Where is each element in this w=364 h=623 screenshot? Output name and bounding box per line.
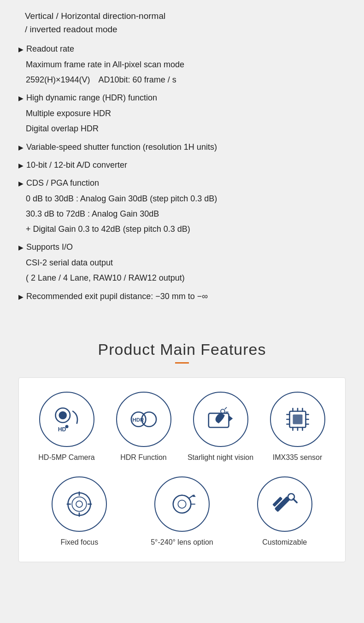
feature-io: ▶Supports I/OCSI-2 serial data output( 2…	[18, 241, 346, 285]
icon-label-hdr-function: HDR Function	[120, 453, 166, 463]
icon-item-imx335: IMX335 sensor	[261, 392, 335, 463]
sub-line: + Digital Gain 0.3 to 42dB (step pitch 0…	[26, 223, 346, 236]
arrow-icon: ▶	[18, 45, 23, 54]
hdr-icon: HDR	[116, 392, 171, 447]
icon-item-fixed-focus: Fixed focus	[33, 476, 125, 547]
sub-line: Multiple exposure HDR	[26, 107, 346, 120]
product-main-features-section: Product Main Features	[0, 322, 364, 368]
icon-label-imx335: IMX335 sensor	[273, 453, 323, 463]
feature-readout-rate: ▶Readout rateMaximum frame rate in All-p…	[18, 43, 346, 87]
feature-label: 10-bit / 12-bit A/D converter	[26, 159, 127, 171]
feature-adc: ▶10-bit / 12-bit A/D converter	[18, 159, 346, 171]
lens-icon	[154, 476, 210, 532]
svg-point-5	[141, 412, 156, 427]
sub-line: Maximum frame rate in All-pixel scan mod…	[26, 58, 346, 71]
svg-line-39	[293, 499, 297, 503]
title-underline	[175, 362, 189, 364]
sub-line: ( 2 Lane / 4 Lane, RAW10 / RAW12 output)	[26, 271, 346, 285]
sub-line: CSI-2 serial data output	[26, 256, 346, 270]
icon-item-starlight: Starlight night vision	[184, 392, 258, 463]
icon-label-hd-camera: HD-5MP Camera	[38, 453, 94, 463]
intro-text: Vertical / Horizontal direction-normal /…	[18, 9, 346, 36]
feature-label: CDS / PGA function	[26, 177, 99, 189]
svg-point-3	[65, 425, 68, 428]
feature-hdr: ▶High dynamic range (HDR) functionMultip…	[18, 92, 346, 135]
top-section: Vertical / Horizontal direction-normal /…	[0, 0, 364, 322]
icon-item-customizable: Customizable	[239, 476, 331, 547]
feature-variable-shutter: ▶Variable-speed shutter function (resolu…	[18, 141, 346, 153]
feature-cds-pga: ▶CDS / PGA function0 dB to 30dB : Analog…	[18, 177, 346, 235]
intro-line1: Vertical / Horizontal direction-normal	[25, 11, 165, 21]
svg-rect-13	[293, 415, 302, 424]
icon-label-starlight: Starlight night vision	[188, 453, 253, 463]
sub-line: Digital overlap HDR	[26, 122, 346, 135]
starlight-icon	[193, 392, 248, 447]
arrow-icon: ▶	[18, 179, 23, 188]
feature-label: Recommended exit pupil distance: −30 mm …	[26, 290, 208, 303]
feature-exit-pupil: ▶Recommended exit pupil distance: −30 mm…	[18, 290, 346, 303]
arrow-icon: ▶	[18, 161, 23, 170]
svg-text:HDR: HDR	[132, 417, 144, 423]
custom-icon	[257, 476, 312, 532]
svg-line-10	[224, 407, 226, 409]
feature-sub-hdr: Multiple exposure HDRDigital overlap HDR	[18, 107, 346, 135]
feature-sub-cds-pga: 0 dB to 30dB : Analog Gain 30dB (step pi…	[18, 192, 346, 235]
svg-marker-8	[229, 415, 233, 422]
arrow-icon: ▶	[18, 94, 23, 103]
arrow-icon: ▶	[18, 292, 23, 302]
icon-label-fixed-focus: Fixed focus	[60, 537, 98, 547]
icon-item-hdr-function: HDR HDR Function	[107, 392, 181, 463]
icons-row-2: Fixed focus 5°-240° lens option Customiz…	[28, 476, 336, 547]
section-title: Product Main Features	[9, 341, 355, 359]
svg-point-34	[178, 500, 186, 509]
feature-label: Variable-speed shutter function (resolut…	[26, 141, 217, 153]
svg-text:HD: HD	[58, 426, 66, 433]
chip-icon	[270, 392, 325, 447]
icon-label-lens-option: 5°-240° lens option	[151, 537, 213, 547]
feature-label: High dynamic range (HDR) function	[26, 92, 157, 104]
arrow-icon: ▶	[18, 243, 23, 253]
intro-line2: / inverted readout mode	[25, 24, 117, 34]
feature-sub-readout-rate: Maximum frame rate in All-pixel scan mod…	[18, 58, 346, 87]
sub-line: 2592(H)×1944(V) AD10bit: 60 frame / s	[26, 73, 346, 87]
feature-label: Supports I/O	[26, 241, 73, 253]
feature-label: Readout rate	[26, 43, 74, 55]
icon-item-lens-option: 5°-240° lens option	[136, 476, 228, 547]
icons-row-1: HD HD-5MP Camera HDR HDR Function Starli…	[28, 392, 336, 463]
features-box: HD HD-5MP Camera HDR HDR Function Starli…	[18, 377, 346, 562]
sub-line: 0 dB to 30dB : Analog Gain 30dB (step pi…	[26, 192, 346, 206]
hd-icon: HD	[39, 392, 94, 447]
focus-icon	[52, 476, 107, 532]
arrow-icon: ▶	[18, 143, 23, 153]
svg-point-26	[68, 493, 91, 516]
svg-point-1	[59, 411, 67, 420]
sub-line: 30.3 dB to 72dB : Analog Gain 30dB	[26, 207, 346, 221]
svg-point-28	[76, 501, 82, 507]
icon-label-customizable: Customizable	[262, 537, 307, 547]
feature-sub-io: CSI-2 serial data output( 2 Lane / 4 Lan…	[18, 256, 346, 285]
features-list: ▶Readout rateMaximum frame rate in All-p…	[18, 43, 346, 303]
icon-item-hd-camera: HD HD-5MP Camera	[30, 392, 104, 463]
svg-point-27	[72, 497, 87, 512]
